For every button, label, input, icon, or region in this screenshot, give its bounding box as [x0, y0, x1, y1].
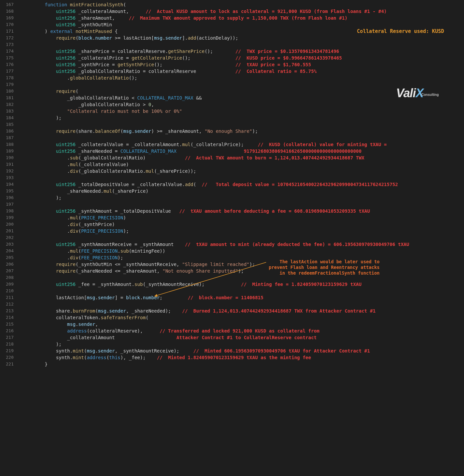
code-line: uint256 _synthAmountReceive = _synthAmou… [22, 241, 464, 248]
arrow-note: The lastAction would be later used to pr… [269, 259, 380, 276]
line-number: 169 [0, 15, 14, 21]
arrow-note-line: The lastAction would be later used to [269, 259, 380, 265]
line-number: 189 [0, 148, 14, 154]
line-number: 177 [0, 68, 14, 75]
line-number: 181 [0, 95, 14, 101]
line-number: 186 [0, 128, 14, 134]
line-number: 171 [0, 28, 14, 35]
line-number: 193 [0, 174, 14, 181]
line-number: 194 [0, 181, 14, 188]
annotation: // KUSD price = $0.996647861433978465 [235, 55, 342, 61]
line-number: 205 [0, 254, 14, 261]
code-line: _shareNeeded.mul(_sharePrice) [22, 188, 464, 194]
line-number: 167 [0, 1, 14, 8]
code-line [22, 201, 464, 208]
code-line: ); [22, 194, 464, 201]
code-line: .mul(_collateralValue) [22, 161, 464, 168]
line-number: 198 [0, 208, 14, 214]
annotation: Attacker Contract #1 to CollateralReserv… [177, 335, 317, 340]
line-number: 215 [0, 321, 14, 328]
line-number: 220 [0, 354, 14, 361]
line-number: 179 [0, 81, 14, 88]
line-number: 168 [0, 8, 14, 15]
line-number: 173 [0, 41, 14, 48]
annotation: // Minted 1.824059070123159629 tXAU as t… [157, 355, 311, 360]
line-number: 170 [0, 21, 14, 28]
code-line [22, 234, 464, 241]
annotation: // KUSD (collateral) value for minting t… [258, 142, 387, 147]
annotation: // Total deposit value = 107045210540022… [202, 182, 398, 187]
code-line: ); [22, 115, 464, 121]
line-number: 196 [0, 194, 14, 201]
line-number: 174 [0, 48, 14, 55]
reserve-label: Collateral Reserve used: KUSD [357, 28, 444, 35]
line-number: 195 [0, 188, 14, 194]
code-line: } [22, 361, 464, 367]
line-number: 199 [0, 214, 14, 221]
line-number: 180 [0, 88, 14, 95]
code-area[interactable]: function mintFractionalSynth( uint256 _c… [18, 0, 464, 367]
code-line [22, 134, 464, 141]
line-number: 183 [0, 108, 14, 115]
svg-line-0 [154, 262, 266, 296]
code-line: _globalCollateralRatio > 0, [22, 101, 464, 108]
line-number: 219 [0, 348, 14, 354]
line-number: 192 [0, 168, 14, 174]
line-number: 190 [0, 154, 14, 161]
code-line [22, 121, 464, 128]
code-line: .div(FEE_PRECISION); [22, 254, 464, 261]
code-line: synth.mint(msg.sender, _synthAmountRecei… [22, 348, 464, 354]
code-line [22, 174, 464, 181]
code-line: uint256 _synthOutMin [22, 21, 464, 28]
annotation: // tXAU price = $1,760.555 [235, 62, 311, 67]
line-number-gutter: 1671681691701711721731741751761771781791… [0, 0, 18, 367]
code-line: _collateralAmount Attacker Contract #1 t… [22, 334, 464, 341]
code-line: collateralToken.safeTransferFrom( [22, 314, 464, 321]
code-line: uint256 _totalDepositValue = _collateral… [22, 181, 464, 188]
code-line: msg.sender, [22, 321, 464, 328]
code-line: .sub(_globalCollateralRatio) // Actual T… [22, 154, 464, 161]
annotation: // Actual TWX amount to burn = 1,124,013… [185, 155, 364, 160]
annotation: // Burned 1,124,013.407442492934418687 T… [182, 308, 376, 314]
line-number: 203 [0, 241, 14, 248]
logo-main: Vali [396, 86, 416, 100]
code-line [22, 41, 464, 48]
annotation: // Collateral ratio = 85.75% [235, 69, 317, 74]
line-number: 207 [0, 268, 14, 274]
code-line: address(collateralReserve), // Transferr… [22, 328, 464, 334]
line-number: 175 [0, 55, 14, 61]
code-line: .globalCollateralRatio(); [22, 75, 464, 81]
code-line: ); [22, 341, 464, 348]
line-number: 191 [0, 161, 14, 168]
valix-logo: ValiXConsulting [396, 90, 441, 100]
line-number: 197 [0, 201, 14, 208]
line-number: 172 [0, 35, 14, 41]
line-number: 185 [0, 121, 14, 128]
code-line: .mul(PRICE_PRECISION) [22, 214, 464, 221]
code-editor: 1671681691701711721731741751761771781791… [0, 0, 464, 367]
code-line: uint256 _collateralValue = _collateralAm… [22, 141, 464, 148]
annotation: // tXAU amount to mint (already deducted… [185, 242, 409, 247]
code-line [22, 301, 464, 308]
line-number: 201 [0, 228, 14, 234]
line-number: 214 [0, 314, 14, 321]
annotation: // Transferred and locked 921,000 KUSD a… [160, 328, 319, 334]
annotation: 9179126803806941662650000000000000000000… [244, 148, 362, 154]
line-number: 212 [0, 301, 14, 308]
logo-sub: Consulting [421, 93, 439, 97]
code-line: "Collateral ratio must not be 100% or 0%… [22, 108, 464, 115]
annotation: // Minted 606.195630970930049706 tXAU fo… [193, 348, 370, 354]
line-number: 200 [0, 221, 14, 228]
code-line: uint256 _synthPrice = getSynthPrice(); /… [22, 61, 464, 68]
code-line: uint256 _synthAmount = _totalDepositValu… [22, 208, 464, 214]
code-line: uint256 _shareAmount, // Maximum TWX amo… [22, 15, 464, 21]
line-number: 221 [0, 361, 14, 367]
line-number: 204 [0, 248, 14, 254]
code-line: function mintFractionalSynth( [22, 1, 464, 8]
code-line: uint256 _shareNeeded = COLLATERAL_RATIO_… [22, 148, 464, 154]
line-number: 187 [0, 134, 14, 141]
annotation: // tXAU amount before deducting a fee = … [179, 208, 370, 214]
line-number: 176 [0, 61, 14, 68]
arrow-note-line: in the redeemFractionalSynth function [269, 270, 380, 276]
line-number: 206 [0, 261, 14, 268]
